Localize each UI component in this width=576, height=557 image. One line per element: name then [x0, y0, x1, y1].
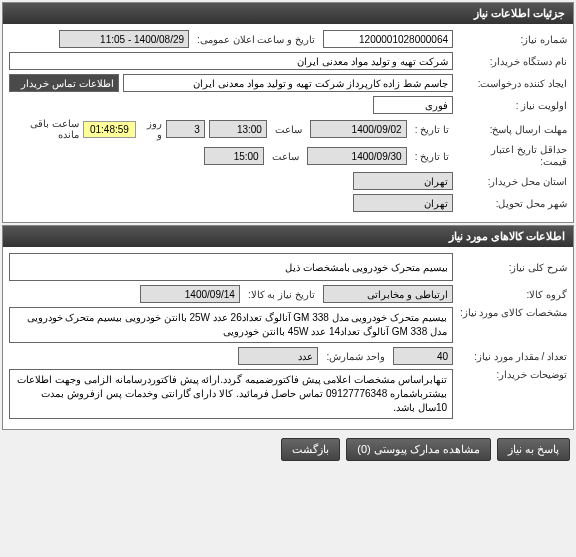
spec-label: مشخصات کالای مورد نیاز:	[457, 307, 567, 318]
row-deadline: مهلت ارسال پاسخ: تا تاریخ : 1400/09/02 س…	[9, 118, 567, 140]
saat-label-2: ساعت	[268, 151, 303, 162]
group-label: گروه کالا:	[457, 289, 567, 300]
saat-label-1: ساعت	[271, 124, 306, 135]
row-qty: تعداد / مقدار مورد نیاز: 40 واحد شمارش: …	[9, 347, 567, 365]
unit-field: عدد	[238, 347, 318, 365]
price-label: قیمت:	[540, 156, 567, 167]
buyer-field: شرکت تهیه و تولید مواد معدنی ایران	[9, 52, 453, 70]
requester-label: ایجاد کننده درخواست:	[457, 78, 567, 89]
priority-field: فوری	[373, 96, 453, 114]
notes-field: تنهابراساس مشخصات اعلامی پیش فاکتورضمیمه…	[9, 369, 453, 419]
row-priority: اولویت نیاز : فوری	[9, 96, 567, 114]
row-validity: حداقل تاریخ اعتبار قیمت: تا تاریخ : 1400…	[9, 144, 567, 168]
deadline-date-field: 1400/09/02	[310, 120, 407, 138]
validity-time-field: 15:00	[204, 147, 264, 165]
button-row: پاسخ به نیاز مشاهده مدارک پیوستی (0) باز…	[0, 432, 576, 467]
desc-label: شرح کلی نیاز:	[457, 262, 567, 273]
need-number-label: شماره نیاز:	[457, 34, 567, 45]
delivery-city-label: شهر محل تحویل:	[457, 198, 567, 209]
contact-buyer-link[interactable]: اطلاعات تماس خریدار	[9, 74, 119, 92]
days-remain-field: 3	[166, 120, 205, 138]
goods-panel-body: شرح کلی نیاز: بیسیم متحرک خودرویی بامشخص…	[3, 247, 573, 429]
qty-field: 40	[393, 347, 453, 365]
to-date-label-2: تا تاریخ :	[411, 151, 453, 162]
row-province: استان محل خریدار: تهران	[9, 172, 567, 190]
deadline-label: مهلت ارسال پاسخ:	[457, 124, 567, 135]
buyer-province-label: استان محل خریدار:	[457, 176, 567, 187]
qty-label: تعداد / مقدار مورد نیاز:	[457, 351, 567, 362]
announce-date-field: 1400/08/29 - 11:05	[59, 30, 189, 48]
goods-panel-header: اطلاعات کالاهای مورد نیاز	[3, 226, 573, 247]
time-remain-field: 01:48:59	[83, 121, 136, 138]
requester-field: جاسم شط زاده کارپرداز شرکت تهیه و تولید …	[123, 74, 453, 92]
min-validity-label: حداقل تاریخ اعتبار	[491, 144, 567, 155]
notes-label: توضیحات خریدار:	[457, 369, 567, 380]
attachments-button[interactable]: مشاهده مدارک پیوستی (0)	[346, 438, 491, 461]
group-field: ارتباطی و مخابراتی	[323, 285, 453, 303]
goods-panel: اطلاعات کالاهای مورد نیاز شرح کلی نیاز: …	[2, 225, 574, 430]
row-delivery-city: شهر محل تحویل: تهران	[9, 194, 567, 212]
row-desc: شرح کلی نیاز: بیسیم متحرک خودرویی بامشخص…	[9, 253, 567, 281]
details-panel-body: شماره نیاز: 1200001028000064 تاریخ و ساع…	[3, 24, 573, 222]
row-group: گروه کالا: ارتباطی و مخابراتی تاریخ نیاز…	[9, 285, 567, 303]
row-requester: ایجاد کننده درخواست: جاسم شط زاده کارپرد…	[9, 74, 567, 92]
unit-label: واحد شمارش:	[322, 351, 389, 362]
delivery-city-field: تهران	[353, 194, 453, 212]
desc-field: بیسیم متحرک خودرویی بامشخصات ذیل	[9, 253, 453, 281]
deadline-time-field: 13:00	[209, 120, 267, 138]
to-date-label: تا تاریخ :	[411, 124, 453, 135]
details-panel-header: جزئیات اطلاعات نیاز	[3, 3, 573, 24]
priority-label: اولویت نیاز :	[457, 100, 567, 111]
need-number-field: 1200001028000064	[323, 30, 453, 48]
announce-date-label: تاریخ و ساعت اعلان عمومی:	[193, 34, 319, 45]
need-date-field: 1400/09/14	[140, 285, 240, 303]
row-spec: مشخصات کالای مورد نیاز: بیسیم متحرک خودر…	[9, 307, 567, 343]
reply-button[interactable]: پاسخ به نیاز	[497, 438, 570, 461]
row-buyer: نام دستگاه خریدار: شرکت تهیه و تولید موا…	[9, 52, 567, 70]
validity-label: حداقل تاریخ اعتبار قیمت:	[457, 144, 567, 168]
remain-txt: ساعت باقی مانده	[9, 118, 79, 140]
days-txt: روز و	[140, 118, 162, 140]
back-button[interactable]: بازگشت	[281, 438, 340, 461]
validity-date-field: 1400/09/30	[307, 147, 407, 165]
row-need-number: شماره نیاز: 1200001028000064 تاریخ و ساع…	[9, 30, 567, 48]
spec-field: بیسیم متحرک خودرویی مدل GM 338 آنالوگ تع…	[9, 307, 453, 343]
row-notes: توضیحات خریدار: تنهابراساس مشخصات اعلامی…	[9, 369, 567, 419]
buyer-province-field: تهران	[353, 172, 453, 190]
need-date-label: تاریخ نیاز به کالا:	[244, 289, 319, 300]
details-panel: جزئیات اطلاعات نیاز شماره نیاز: 12000010…	[2, 2, 574, 223]
buyer-label: نام دستگاه خریدار:	[457, 56, 567, 67]
